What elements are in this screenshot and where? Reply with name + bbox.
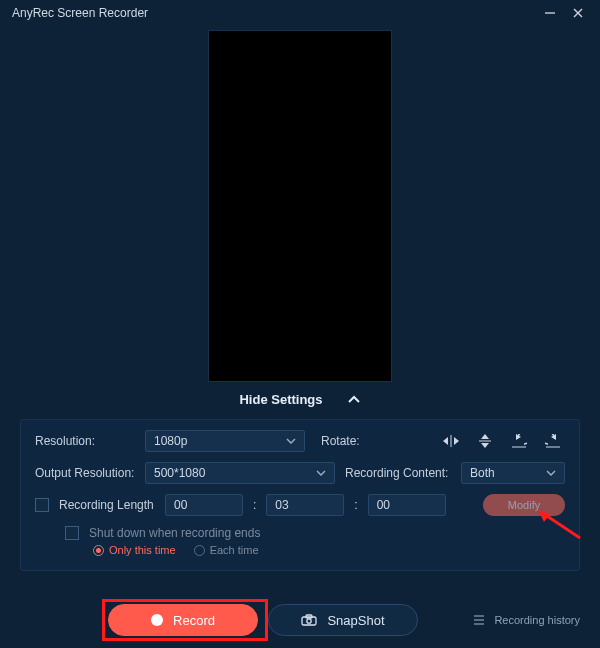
recording-content-label: Recording Content: — [345, 466, 451, 480]
svg-point-14 — [307, 619, 311, 623]
hide-settings-toggle[interactable]: Hide Settings — [0, 388, 600, 415]
record-dot-icon — [151, 614, 163, 626]
svg-marker-4 — [454, 437, 459, 445]
recording-history-link[interactable]: Recording history — [472, 614, 580, 626]
settings-panel: Resolution: 1080p Rotate: Output Resolut… — [20, 419, 580, 571]
phone-preview — [208, 30, 392, 382]
output-resolution-select[interactable]: 500*1080 — [145, 462, 335, 484]
recording-content-value: Both — [470, 466, 495, 480]
chevron-down-icon — [316, 470, 326, 476]
only-this-time-radio[interactable]: Only this time — [93, 544, 176, 556]
titlebar: AnyRec Screen Recorder — [0, 0, 600, 26]
chevron-down-icon — [286, 438, 296, 444]
each-time-radio[interactable]: Each time — [194, 544, 259, 556]
length-hours-input[interactable]: 00 — [165, 494, 243, 516]
svg-marker-7 — [481, 443, 489, 448]
time-separator: : — [354, 498, 357, 512]
length-minutes-input[interactable]: 03 — [266, 494, 344, 516]
snapshot-button[interactable]: SnapShot — [268, 604, 418, 636]
rotate-right-icon[interactable] — [541, 431, 565, 451]
recording-length-label: Recording Length — [59, 498, 155, 512]
hide-settings-label: Hide Settings — [239, 392, 322, 407]
preview-area — [0, 26, 600, 388]
camera-icon — [301, 614, 317, 626]
length-seconds-input[interactable]: 00 — [368, 494, 446, 516]
list-icon — [472, 614, 486, 626]
output-resolution-label: Output Resolution: — [35, 466, 135, 480]
shutdown-label: Shut down when recording ends — [89, 526, 260, 540]
svg-marker-3 — [443, 437, 448, 445]
window-title: AnyRec Screen Recorder — [12, 6, 148, 20]
resolution-label: Resolution: — [35, 434, 135, 448]
output-resolution-value: 500*1080 — [154, 466, 205, 480]
resolution-value: 1080p — [154, 434, 187, 448]
time-separator: : — [253, 498, 256, 512]
chevron-up-icon — [347, 393, 361, 407]
resolution-select[interactable]: 1080p — [145, 430, 305, 452]
radio-icon — [93, 545, 104, 556]
chevron-down-icon — [546, 470, 556, 476]
record-button[interactable]: Record — [108, 604, 258, 636]
rotate-label: Rotate: — [321, 434, 369, 448]
recording-length-checkbox[interactable] — [35, 498, 49, 512]
svg-marker-6 — [481, 434, 489, 439]
flip-horizontal-icon[interactable] — [439, 431, 463, 451]
recording-content-select[interactable]: Both — [461, 462, 565, 484]
footer: Record SnapShot Recording history — [0, 604, 600, 636]
rotate-left-icon[interactable] — [507, 431, 531, 451]
minimize-button[interactable] — [536, 0, 564, 26]
modify-button[interactable]: Modify — [483, 494, 565, 516]
flip-vertical-icon[interactable] — [473, 431, 497, 451]
close-button[interactable] — [564, 0, 592, 26]
radio-icon — [194, 545, 205, 556]
shutdown-checkbox[interactable] — [65, 526, 79, 540]
